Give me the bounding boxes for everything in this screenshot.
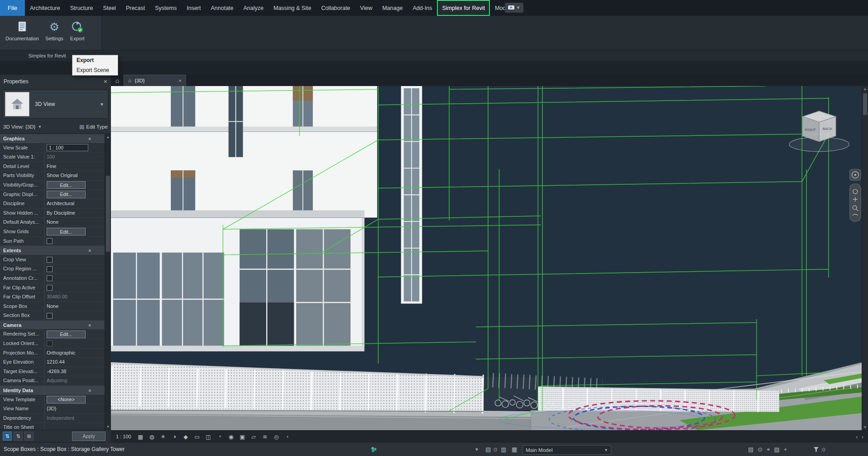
menu-tab[interactable]: Steel bbox=[98, 0, 121, 16]
property-value[interactable] bbox=[45, 237, 105, 246]
property-row[interactable]: Visibility/Grap... Edit... Edit... Edit.… bbox=[0, 181, 105, 190]
property-value[interactable]: Edit... Edit... Edit... bbox=[45, 181, 105, 190]
design-option-select[interactable]: Main Model ▼ bbox=[523, 445, 611, 455]
property-row[interactable]: Far Clip Offset 30480.00 30480.00 30480.… bbox=[0, 293, 105, 302]
edit-type-button[interactable]: ⊞ Edit Type bbox=[79, 124, 108, 130]
property-value[interactable]: Show Original Show Original Show Origina… bbox=[45, 171, 105, 180]
property-row[interactable]: Section Box bbox=[0, 311, 105, 321]
scroll-left-icon[interactable]: ‹ bbox=[856, 433, 858, 440]
value-checkbox[interactable] bbox=[47, 238, 53, 244]
property-value[interactable]: 1210.44 1210.44 1210.44 bbox=[45, 358, 105, 367]
property-value[interactable] bbox=[45, 311, 105, 320]
collapse-section-icon[interactable]: « bbox=[87, 249, 92, 251]
property-row[interactable]: Target Elevati... -4269.38 -4269.38 -426… bbox=[0, 367, 105, 377]
screencast-button[interactable]: ▼ bbox=[505, 3, 523, 13]
value-checkbox[interactable] bbox=[47, 275, 53, 281]
property-row[interactable]: Rendering Set... Edit... Edit... Edit... bbox=[0, 330, 105, 339]
documentation-button[interactable]: Documentation bbox=[4, 18, 41, 52]
scroll-up-icon[interactable]: ▲ bbox=[105, 134, 111, 140]
property-value[interactable] bbox=[45, 264, 105, 274]
chevron-down-icon[interactable]: ▼ bbox=[475, 442, 479, 456]
property-value[interactable] bbox=[45, 255, 105, 264]
property-row[interactable]: Detail Level Fine Fine Fine bbox=[0, 162, 105, 172]
navigation-bar[interactable] bbox=[850, 169, 861, 221]
menu-tab[interactable]: Structure bbox=[65, 0, 98, 16]
select-by-face-icon[interactable]: ▨ bbox=[774, 446, 780, 453]
menu-tab[interactable]: Massing & Site bbox=[269, 0, 316, 16]
property-value[interactable] bbox=[45, 274, 105, 283]
menu-tab[interactable]: Precast bbox=[121, 0, 150, 16]
scrollbar-thumb[interactable] bbox=[106, 176, 110, 252]
property-row[interactable]: Crop Region ... bbox=[0, 264, 105, 274]
rendering-dialog-icon[interactable]: ◆ bbox=[182, 432, 190, 441]
chevron-down-icon[interactable]: ▼ bbox=[100, 102, 104, 107]
property-row[interactable]: Show Grids Edit... Edit... Edit... bbox=[0, 227, 105, 237]
section-header[interactable]: Graphics « bbox=[0, 134, 105, 144]
shadows-icon[interactable]: ◑ bbox=[170, 432, 179, 441]
property-row[interactable]: Locked Orient... bbox=[0, 339, 105, 349]
collapse-section-icon[interactable]: « bbox=[87, 137, 92, 139]
property-row[interactable]: Discipline Architectural Architectural A… bbox=[0, 199, 105, 209]
worksets-status[interactable]: ▤ :0 bbox=[485, 442, 497, 456]
value-button[interactable]: Edit... bbox=[47, 181, 86, 189]
scale-button[interactable]: 1 : 100 bbox=[114, 434, 134, 439]
section-header[interactable]: Extents « bbox=[0, 246, 105, 255]
design-options-button[interactable]: ▦ bbox=[512, 442, 517, 456]
property-value[interactable]: Fine Fine Fine bbox=[45, 162, 105, 171]
chevron-down-icon[interactable]: ▼ bbox=[38, 125, 42, 129]
viewcube-right-face-label[interactable]: RIGHT bbox=[805, 128, 816, 132]
dropdown-menu-item[interactable]: Export Scene bbox=[72, 65, 118, 75]
drag-on-selection-icon[interactable]: + bbox=[784, 446, 787, 453]
apply-button[interactable]: Apply bbox=[72, 432, 106, 441]
property-value[interactable]: Architectural Architectural Architectura… bbox=[45, 199, 105, 208]
selection-filter[interactable]: :0 bbox=[813, 442, 825, 456]
value-input[interactable]: 1 : 100 bbox=[47, 144, 88, 151]
menu-tab[interactable]: Collaborate bbox=[316, 0, 355, 16]
property-value[interactable]: Independent Independent Independent bbox=[45, 414, 105, 423]
worksharing-display-icon[interactable]: ◎ bbox=[272, 432, 281, 441]
value-button[interactable]: Edit... bbox=[47, 191, 86, 198]
property-row[interactable]: Sun Path bbox=[0, 237, 105, 246]
scrollbar-thumb[interactable] bbox=[863, 93, 867, 115]
menu-tab[interactable]: Architecture bbox=[25, 0, 65, 16]
property-value[interactable]: Edit... Edit... Edit... bbox=[45, 330, 105, 339]
show-crop-region-icon[interactable]: ◫ bbox=[204, 432, 213, 441]
detail-level-icon[interactable]: ▦ bbox=[136, 432, 145, 441]
property-row[interactable]: Title on Sheet bbox=[0, 423, 105, 430]
sort-descending-icon[interactable]: ⊞ bbox=[24, 432, 34, 441]
property-row[interactable]: Graphic Displ... Edit... Edit... Edit... bbox=[0, 190, 105, 200]
menu-tab[interactable]: Annotate bbox=[206, 0, 238, 16]
displaced-elements-icon[interactable]: ▱ bbox=[249, 432, 258, 441]
reveal-constraints-icon[interactable]: ≋ bbox=[261, 432, 269, 441]
sun-path-icon[interactable]: ☀ bbox=[159, 432, 168, 441]
scroll-down-icon[interactable]: ▼ bbox=[862, 424, 868, 430]
value-checkbox[interactable] bbox=[47, 313, 53, 319]
viewcube-back-face-label[interactable]: BACK bbox=[823, 127, 833, 131]
crop-view-icon[interactable]: ▭ bbox=[193, 432, 201, 441]
properties-scrollbar[interactable]: ▲ ▼ bbox=[105, 134, 111, 430]
view-tab-3d[interactable]: ⌂ {3D} × bbox=[124, 75, 186, 86]
property-value[interactable]: <None> <None> <None> bbox=[45, 395, 105, 404]
property-value[interactable]: 30480.00 30480.00 30480.00 bbox=[45, 293, 105, 302]
property-row[interactable]: Scope Box None None None bbox=[0, 302, 105, 312]
property-value[interactable]: By Discipline By Discipline By Disciplin… bbox=[45, 209, 105, 218]
collapse-section-icon[interactable]: « bbox=[87, 324, 92, 326]
property-value[interactable] bbox=[45, 423, 105, 430]
select-links-icon[interactable]: ▤ bbox=[748, 446, 753, 453]
settings-button[interactable]: ⚙ Settings bbox=[43, 18, 65, 52]
property-row[interactable]: Projection Mo... Orthographic Orthograph… bbox=[0, 349, 105, 358]
value-checkbox[interactable] bbox=[47, 257, 53, 263]
property-row[interactable]: View Scale 1 : 100 1 : 100 1 : 100 bbox=[0, 144, 105, 153]
value-button[interactable]: Edit... bbox=[47, 228, 86, 235]
menu-tab[interactable]: Analyze bbox=[239, 0, 269, 16]
property-row[interactable]: Show Hidden ... By Discipline By Discipl… bbox=[0, 209, 105, 218]
value-button[interactable]: <None> bbox=[47, 396, 86, 403]
dropdown-menu-item[interactable]: Export bbox=[72, 55, 118, 65]
3d-viewport[interactable]: RIGHT BACK ▲ ▼ bbox=[111, 86, 868, 430]
scroll-up-icon[interactable]: ▲ bbox=[862, 86, 868, 92]
property-value[interactable]: None None None bbox=[45, 218, 105, 227]
menu-tab[interactable]: File bbox=[0, 0, 25, 16]
property-value[interactable]: None None None bbox=[45, 302, 105, 311]
temporary-view-properties-icon[interactable]: ▣ bbox=[238, 432, 247, 441]
property-row[interactable]: View Name {3D} {3D} {3D} bbox=[0, 404, 105, 414]
